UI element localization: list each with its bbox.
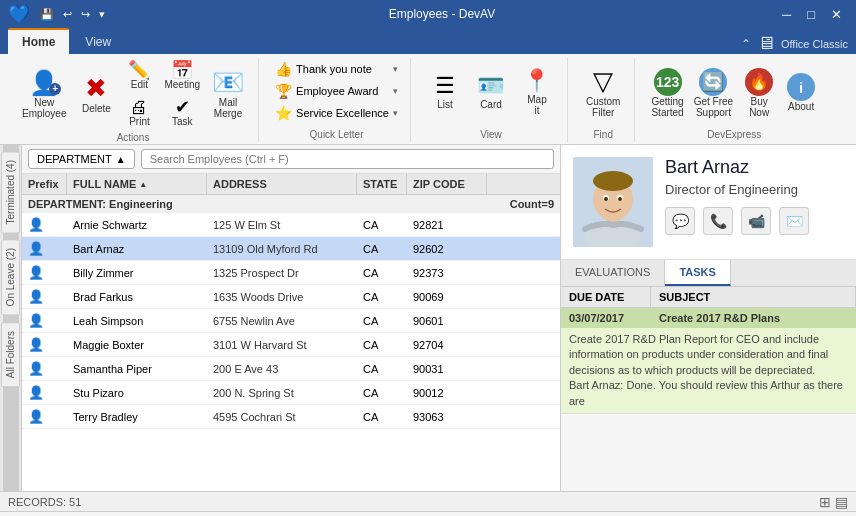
grid-view-btn[interactable]: ⊞ — [819, 494, 831, 510]
table-row[interactable]: 👤 Terry Bradley 4595 Cochran St CA 93063 — [22, 405, 560, 429]
tab-tasks[interactable]: TASKS — [665, 260, 730, 286]
new-employee-button[interactable]: 👤 + NewEmployee — [16, 65, 72, 123]
table-row[interactable]: 👤 Billy Zimmer 1325 Prospect Dr CA 92373 — [22, 261, 560, 285]
th-state[interactable]: STATE — [357, 174, 407, 194]
detail-tabs: EVALUATIONS TASKS — [561, 260, 856, 287]
person-icon: 👤 — [28, 337, 44, 352]
service-excellence-icon: ⭐ — [275, 105, 292, 121]
tasks-header: DUE DATE SUBJECT — [561, 287, 856, 308]
map-it-button[interactable]: 📍 Mapit — [515, 66, 559, 120]
table-row[interactable]: 👤 Maggie Boxter 3101 W Harvard St CA 927… — [22, 333, 560, 357]
tasks-table: DUE DATE SUBJECT 03/07/2017 Create 2017 … — [561, 287, 856, 491]
devexpress-group: 123 GettingStarted 🔄 Get FreeSupport 🔥 B… — [639, 58, 829, 142]
view-group: ☰ List 🪪 Card 📍 Mapit View — [415, 58, 568, 142]
meeting-label: Meeting — [164, 79, 200, 90]
search-input[interactable] — [141, 149, 554, 169]
th-address[interactable]: ADDRESS — [207, 174, 357, 194]
employee-award-btn[interactable]: 🏆 Employee Award ▾ — [271, 80, 402, 102]
table-row[interactable]: 👤 Leah Simpson 6755 Newlin Ave CA 90601 — [22, 309, 560, 333]
th-fullname[interactable]: FULL NAME ▲ — [67, 174, 207, 194]
card-view-button[interactable]: 🪪 Card — [469, 71, 513, 114]
meeting-icon: 📅 — [171, 61, 193, 79]
record-count: RECORDS: 51 — [8, 496, 81, 508]
zipcode-header-label: ZIP CODE — [413, 178, 465, 190]
get-free-support-button[interactable]: 🔄 Get FreeSupport — [690, 65, 737, 121]
prefix-header-label: Prefix — [28, 178, 59, 190]
person-icon: 👤 — [28, 313, 44, 328]
on-leave-tab[interactable]: On Leave (2) — [1, 239, 20, 315]
call-action-btn[interactable]: 📞 — [703, 207, 733, 235]
table-row[interactable]: 👤 Samantha Piper 200 E Ave 43 CA 90031 — [22, 357, 560, 381]
th-prefix[interactable]: Prefix — [22, 174, 67, 194]
row-state: CA — [357, 239, 407, 259]
row-prefix: 👤 — [22, 213, 67, 236]
custom-filter-button[interactable]: ▽ CustomFilter — [580, 64, 626, 122]
thank-you-btn[interactable]: 👍 Thank you note ▾ — [271, 58, 402, 80]
customize-qa-btn[interactable]: ▾ — [96, 6, 108, 23]
row-name: Terry Bradley — [67, 407, 207, 427]
view-items: ☰ List 🪪 Card 📍 Mapit — [423, 58, 559, 127]
ribbon-content: 👤 + NewEmployee ✖ Delete ✏️ Edit — [0, 54, 856, 144]
find-group: ▽ CustomFilter Find — [572, 58, 635, 142]
close-btn[interactable]: ✕ — [825, 5, 848, 24]
task-date: 03/07/2017 — [561, 308, 651, 328]
tab-evaluations[interactable]: EVALUATIONS — [561, 260, 665, 286]
row-address: 1635 Woods Drive — [207, 287, 357, 307]
task-button[interactable]: ✔ Task — [160, 95, 204, 130]
save-quick-btn[interactable]: 💾 — [37, 6, 57, 23]
getting-started-button[interactable]: 123 GettingStarted — [647, 65, 687, 121]
email-action-btn[interactable]: ✉️ — [779, 207, 809, 235]
edit-icon: ✏️ — [128, 61, 150, 79]
list-view-status-btn[interactable]: ▤ — [835, 494, 848, 510]
tab-view[interactable]: View — [71, 30, 125, 54]
maximize-btn[interactable]: □ — [801, 5, 821, 24]
video-action-btn[interactable]: 📹 — [741, 207, 771, 235]
thank-you-dropdown-icon: ▾ — [393, 64, 398, 74]
row-prefix: 👤 — [22, 285, 67, 308]
person-icon: 👤 — [28, 409, 44, 424]
row-address: 4595 Cochran St — [207, 407, 357, 427]
row-prefix: 👤 — [22, 357, 67, 380]
undo-btn[interactable]: ↩ — [60, 6, 75, 23]
detail-panel: Bart Arnaz Director of Engineering 💬 📞 📹… — [561, 145, 856, 491]
row-zip: 92821 — [407, 215, 487, 235]
edit-button[interactable]: ✏️ Edit — [120, 58, 158, 93]
table-row[interactable]: 👤 Arnie Schwartz 125 W Elm St CA 92821 — [22, 213, 560, 237]
address-header-label: ADDRESS — [213, 178, 267, 190]
all-folders-tab[interactable]: All Folders — [1, 322, 20, 387]
profile-photo — [573, 157, 653, 247]
redo-btn[interactable]: ↪ — [78, 6, 93, 23]
print-button[interactable]: 🖨 Print — [120, 95, 158, 130]
service-excellence-label: Service Excellence — [296, 107, 389, 119]
row-name: Brad Farkus — [67, 287, 207, 307]
svg-point-8 — [618, 197, 622, 201]
terminated-tab[interactable]: Terminated (4) — [1, 151, 20, 233]
meeting-button[interactable]: 📅 Meeting — [160, 58, 204, 93]
task-row-1[interactable]: 03/07/2017 Create 2017 R&D Plans Create … — [561, 308, 856, 414]
profile-name: Bart Arnaz — [665, 157, 844, 178]
row-name: Arnie Schwartz — [67, 215, 207, 235]
tab-home[interactable]: Home — [8, 28, 69, 54]
about-button[interactable]: i About — [781, 70, 821, 115]
actions-group: 👤 + NewEmployee ✖ Delete ✏️ Edit — [8, 58, 259, 142]
row-address: 3101 W Harvard St — [207, 335, 357, 355]
row-state: CA — [357, 287, 407, 307]
minimize-btn[interactable]: ─ — [776, 5, 797, 24]
th-zipcode[interactable]: ZIP CODE — [407, 174, 487, 194]
new-employee-label: NewEmployee — [22, 97, 66, 119]
list-view-button[interactable]: ☰ List — [423, 71, 467, 114]
getting-started-label: GettingStarted — [651, 96, 683, 118]
mail-merge-button[interactable]: 📧 MailMerge — [206, 65, 250, 123]
task-subject: Create 2017 R&D Plans — [651, 308, 856, 328]
delete-button[interactable]: ✖ Delete — [74, 71, 118, 118]
buy-now-button[interactable]: 🔥 BuyNow — [739, 65, 779, 121]
table-row[interactable]: 👤 Stu Pizaro 200 N. Spring St CA 90012 — [22, 381, 560, 405]
department-filter-btn[interactable]: DEPARTMENT ▲ — [28, 149, 135, 169]
table-row[interactable]: 👤 Bart Arnaz 13109 Old Myford Rd CA 9260… — [22, 237, 560, 261]
message-action-btn[interactable]: 💬 — [665, 207, 695, 235]
service-excellence-btn[interactable]: ⭐ Service Excellence ▾ — [271, 102, 402, 124]
table-row[interactable]: 👤 Brad Farkus 1635 Woods Drive CA 90069 — [22, 285, 560, 309]
find-items: ▽ CustomFilter — [580, 58, 626, 127]
row-prefix: 👤 — [22, 261, 67, 284]
row-state: CA — [357, 359, 407, 379]
